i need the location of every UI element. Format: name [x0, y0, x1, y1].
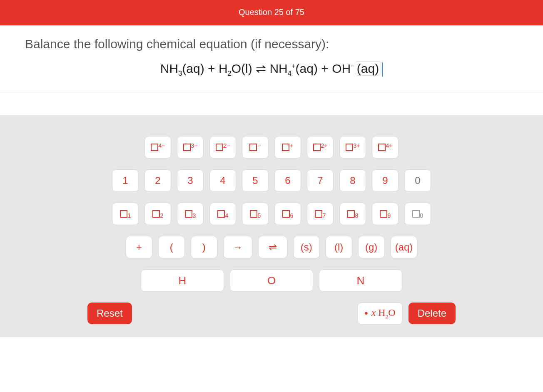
- key-element-n[interactable]: N: [319, 269, 402, 292]
- equation-input[interactable]: NH3(aq) + H2O(l) ⇌ NH4+(aq) + OH−(aq): [25, 61, 518, 82]
- key-8[interactable]: 8: [339, 169, 366, 192]
- row-symbols: + ( ) → ⇌ (s) (l) (g) (aq): [84, 236, 459, 258]
- key-charge-3plus[interactable]: 3+: [339, 136, 366, 159]
- hydrate-button[interactable]: • x H2O: [357, 303, 402, 325]
- row-digits: 1 2 3 4 5 6 7 8 9 0: [84, 169, 459, 192]
- key-state-g[interactable]: (g): [358, 236, 385, 258]
- key-element-h[interactable]: H: [141, 269, 224, 292]
- question-counter: Question 25 of 75: [239, 7, 304, 17]
- row-actions: Reset • x H2O Delete: [84, 303, 459, 325]
- key-equilibrium[interactable]: ⇌: [258, 236, 287, 258]
- key-sub-9[interactable]: 9: [372, 203, 399, 225]
- key-element-o[interactable]: O: [230, 269, 313, 292]
- key-0[interactable]: 0: [404, 169, 431, 192]
- key-sub-3[interactable]: 3: [177, 203, 204, 225]
- keypad-panel: 4− 3− 2− − + 2+ 3+ 4+ 1 2 3 4 5 6 7 8 9 …: [0, 115, 543, 337]
- question-prompt: Balance the following chemical equation …: [25, 37, 518, 51]
- key-sub-0[interactable]: 0: [404, 203, 431, 225]
- key-6[interactable]: 6: [274, 169, 301, 192]
- key-state-s[interactable]: (s): [293, 236, 320, 258]
- key-charge-4plus[interactable]: 4+: [372, 136, 399, 159]
- row-subscripts: 1 2 3 4 5 6 7 8 9 0: [84, 203, 459, 225]
- key-charge-plus[interactable]: +: [274, 136, 301, 159]
- reset-button[interactable]: Reset: [87, 303, 132, 324]
- key-sub-1[interactable]: 1: [112, 203, 139, 225]
- key-plus[interactable]: +: [126, 236, 152, 258]
- key-9[interactable]: 9: [372, 169, 399, 192]
- key-arrow[interactable]: →: [223, 236, 252, 258]
- key-2[interactable]: 2: [144, 169, 171, 192]
- key-5[interactable]: 5: [242, 169, 269, 192]
- key-state-aq[interactable]: (aq): [391, 236, 418, 258]
- key-sub-4[interactable]: 4: [209, 203, 236, 225]
- key-charge-2minus[interactable]: 2−: [209, 136, 236, 159]
- key-charge-3minus[interactable]: 3−: [177, 136, 204, 159]
- question-area: Balance the following chemical equation …: [0, 25, 543, 90]
- key-state-l[interactable]: (l): [326, 236, 352, 258]
- key-open-paren[interactable]: (: [158, 236, 185, 258]
- key-sub-2[interactable]: 2: [144, 203, 171, 225]
- key-3[interactable]: 3: [177, 169, 204, 192]
- key-sub-5[interactable]: 5: [242, 203, 269, 225]
- key-close-paren[interactable]: ): [191, 236, 217, 258]
- key-charge-2plus[interactable]: 2+: [307, 136, 334, 159]
- key-sub-8[interactable]: 8: [339, 203, 366, 225]
- row-elements: H O N: [84, 269, 459, 292]
- question-header: Question 25 of 75: [0, 0, 543, 25]
- key-sub-7[interactable]: 7: [307, 203, 334, 225]
- key-charge-4minus[interactable]: 4−: [144, 136, 171, 159]
- bullet-icon: •: [364, 308, 368, 319]
- key-7[interactable]: 7: [307, 169, 334, 192]
- key-1[interactable]: 1: [112, 169, 139, 192]
- row-charges: 4− 3− 2− − + 2+ 3+ 4+: [84, 136, 459, 159]
- key-4[interactable]: 4: [209, 169, 236, 192]
- key-charge-minus[interactable]: −: [242, 136, 269, 159]
- delete-button[interactable]: Delete: [408, 303, 456, 324]
- key-sub-6[interactable]: 6: [274, 203, 301, 225]
